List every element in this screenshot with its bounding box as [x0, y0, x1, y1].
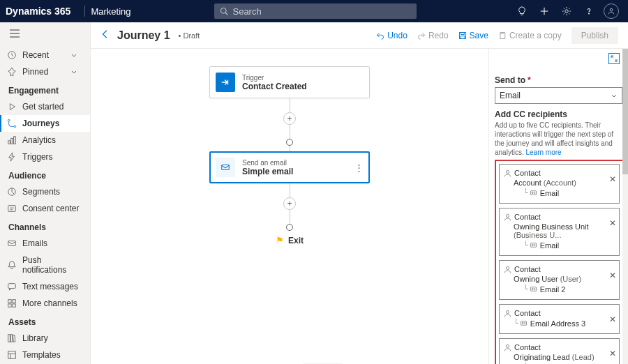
cc-description: Add up to five CC recipients. Their inte…: [495, 121, 622, 157]
back-button[interactable]: [100, 29, 110, 41]
svg-rect-23: [8, 304, 11, 307]
nav-label: Pinned: [22, 67, 48, 77]
search-placeholder: Search: [232, 6, 261, 17]
add-step-button[interactable]: +: [283, 197, 296, 210]
copy-button: Create a copy: [498, 31, 562, 40]
help-icon[interactable]: [578, 0, 600, 22]
nav-journeys[interactable]: Journeys: [0, 115, 90, 132]
scrollbar[interactable]: [622, 49, 628, 364]
remove-recipient-button[interactable]: ✕: [609, 218, 616, 228]
trigger-node[interactable]: Trigger Contact Created: [209, 66, 370, 98]
grid-icon: [7, 298, 17, 308]
svg-rect-26: [10, 335, 13, 342]
node-kicker: Trigger: [242, 74, 307, 82]
group-audience: Audience: [0, 165, 90, 183]
remove-recipient-button[interactable]: ✕: [609, 314, 616, 324]
nav-label: Consent center: [22, 204, 79, 213]
nav-library[interactable]: Library: [0, 330, 90, 347]
nav-recent[interactable]: Recent: [0, 47, 90, 63]
save-button[interactable]: Save: [458, 31, 488, 40]
svg-point-48: [532, 288, 533, 289]
cc-label: Add CC recipients: [495, 109, 622, 119]
node-title: Simple email: [242, 167, 293, 176]
nav-emails[interactable]: Emails: [0, 235, 90, 252]
svg-rect-19: [8, 241, 16, 246]
group-channels: Channels: [0, 217, 90, 235]
hamburger-icon[interactable]: [0, 26, 90, 43]
plus-icon[interactable]: [533, 0, 555, 22]
content: Journey 1 • Draft Undo Redo Save Create …: [91, 22, 628, 364]
group-engagement: Engagement: [0, 80, 90, 98]
message-icon: [7, 282, 17, 291]
svg-point-5: [565, 10, 568, 13]
card-icon: [530, 285, 537, 293]
status-badge: • Draft: [179, 31, 200, 40]
chevron-down-icon: [70, 52, 77, 59]
nav-get-started[interactable]: Get started: [0, 98, 90, 115]
play-icon: [7, 102, 17, 112]
expand-panel-button[interactable]: [608, 53, 620, 64]
recipient-card[interactable]: ✕Contact└Email Address 3: [499, 304, 620, 334]
sidebar: Recent Pinned Engagement Get started Jou…: [0, 22, 91, 364]
person-icon: [504, 310, 511, 317]
svg-point-36: [506, 170, 509, 173]
search-input[interactable]: Search: [214, 3, 417, 19]
email-node[interactable]: Send an email Simple email ⋮: [209, 151, 370, 183]
svg-rect-20: [8, 284, 16, 289]
select-value: Email: [500, 91, 521, 100]
nav-pinned[interactable]: Pinned: [0, 63, 90, 80]
person-icon: [504, 344, 511, 351]
card-icon: [530, 189, 537, 197]
svg-rect-35: [222, 165, 230, 170]
chart-icon: [7, 135, 17, 145]
lightbulb-icon[interactable]: [511, 0, 533, 22]
nav-more-channels[interactable]: More channels: [0, 295, 90, 312]
nav-consent[interactable]: Consent center: [0, 200, 90, 217]
nav-label: Analytics: [22, 135, 56, 145]
svg-rect-33: [461, 36, 465, 38]
template-icon: [7, 350, 17, 360]
recipient-card[interactable]: ✕ContactOwning User (User)└Email 2: [499, 260, 620, 300]
svg-rect-18: [8, 206, 16, 212]
page-header: Journey 1 • Draft Undo Redo Save Create …: [91, 22, 628, 49]
svg-rect-27: [13, 335, 15, 342]
brand: Dynamics 365: [6, 6, 79, 17]
svg-point-41: [506, 214, 509, 217]
node-menu-icon[interactable]: ⋮: [354, 162, 364, 173]
svg-rect-22: [13, 300, 15, 303]
nav-label: Library: [22, 333, 48, 343]
nav-analytics[interactable]: Analytics: [0, 132, 90, 149]
avatar[interactable]: [600, 0, 622, 22]
svg-rect-25: [8, 335, 10, 342]
undo-button[interactable]: Undo: [376, 31, 408, 40]
nav-push[interactable]: Push notifications: [0, 252, 90, 278]
nav-segments[interactable]: Segments: [0, 183, 90, 200]
email-icon: [216, 158, 235, 177]
svg-point-12: [8, 119, 10, 121]
connector-ring: [286, 224, 293, 231]
remove-recipient-button[interactable]: ✕: [609, 349, 616, 358]
canvas[interactable]: Trigger Contact Created + Send an email …: [91, 49, 488, 364]
person-icon: [504, 266, 511, 273]
card-icon: [530, 241, 537, 249]
learn-more-link[interactable]: Learn more: [525, 149, 561, 156]
recipient-card[interactable]: ✕ContactAccount (Account)└Email: [499, 164, 620, 204]
svg-point-38: [532, 192, 533, 193]
svg-line-1: [226, 13, 228, 15]
gear-icon[interactable]: [555, 0, 578, 22]
recipient-card[interactable]: ✕ContactOriginating Lead (Lead)└Email Ad…: [499, 338, 620, 364]
nav-label: More channels: [22, 298, 77, 308]
properties-panel: Send to* Email Add CC recipients Add up …: [488, 49, 628, 364]
remove-recipient-button[interactable]: ✕: [609, 174, 616, 184]
publish-button: Publish: [571, 27, 618, 44]
nav-templates[interactable]: Templates: [0, 347, 90, 363]
add-step-button[interactable]: +: [283, 112, 296, 125]
sendto-select[interactable]: Email: [495, 87, 622, 104]
card-icon: [520, 319, 528, 327]
journey-icon: [7, 119, 17, 128]
nav-text[interactable]: Text messages: [0, 278, 90, 295]
nav-triggers[interactable]: Triggers: [0, 149, 90, 165]
remove-recipient-button[interactable]: ✕: [609, 271, 616, 280]
nav-label: Recent: [22, 50, 49, 60]
recipient-card[interactable]: ✕ContactOwning Business Unit (Business U…: [499, 208, 620, 256]
